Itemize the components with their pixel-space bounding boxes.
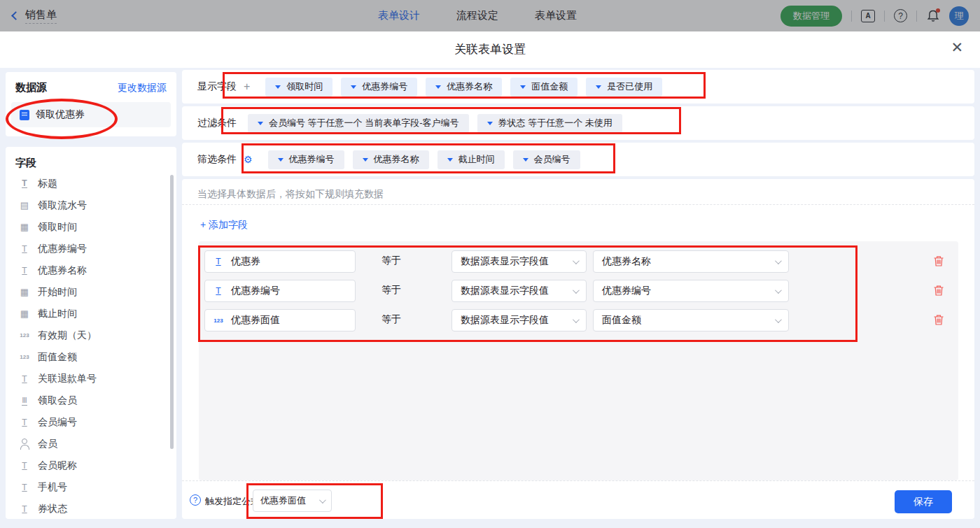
date-icon xyxy=(18,222,31,233)
rule-operator: 等于 xyxy=(382,255,401,267)
chevron-down-icon xyxy=(573,316,580,323)
rule-source-value: 数据源表显示字段值 xyxy=(461,255,549,268)
rule-field-input[interactable]: 优惠券面值 xyxy=(204,309,356,331)
chevron-down-icon xyxy=(319,497,326,504)
field-item[interactable]: 优惠券编号 xyxy=(6,238,176,259)
field-label: 面值金额 xyxy=(38,351,77,364)
condition-tag[interactable]: 会员编号 xyxy=(513,150,580,169)
rule-source-select[interactable]: 数据源表显示字段值 xyxy=(451,309,587,331)
field-label: 领取流水号 xyxy=(38,199,87,212)
tag-label: 是否已使用 xyxy=(607,80,652,93)
field-item[interactable]: 标题 xyxy=(6,173,176,194)
display-fields-label: 显示字段 xyxy=(197,80,237,93)
related-form-settings-page: 销售单 表单设计流程设定表单设置 数据管理 A ? 理 关联表单设置 ✕ 数据源… xyxy=(0,0,980,528)
field-item[interactable]: 有效期（天） xyxy=(6,324,176,346)
field-label: 截止时间 xyxy=(38,308,77,320)
field-item[interactable]: 面值金额 xyxy=(6,346,176,368)
app-topbar: 销售单 表单设计流程设定表单设置 数据管理 A ? 理 xyxy=(0,0,980,31)
field-label: 开始时间 xyxy=(38,286,77,299)
modal-title: 关联表单设置 xyxy=(0,41,980,57)
text-icon xyxy=(212,256,225,267)
datasource-name: 领取优惠券 xyxy=(36,108,85,121)
change-datasource-link[interactable]: 更改数据源 xyxy=(118,82,167,94)
field-label: 手机号 xyxy=(38,481,67,494)
close-icon[interactable]: ✕ xyxy=(951,40,963,55)
tag-label: 会员编号 xyxy=(534,153,570,166)
condition-tag[interactable]: 会员编号 等于任意一个 当前表单字段-客户编号 xyxy=(248,114,469,133)
field-label: 有效期（天） xyxy=(38,329,97,342)
field-item[interactable]: 关联退款单号 xyxy=(6,368,176,390)
save-button[interactable]: 保存 xyxy=(895,490,952,513)
rule-value-select[interactable]: 优惠券编号 xyxy=(593,280,789,302)
filter-conditions-row: 过滤条件 会员编号 等于任意一个 当前表单字段-客户编号 券状态 等于任意一个 … xyxy=(182,106,974,140)
rule-source-select[interactable]: 数据源表显示字段值 xyxy=(451,280,587,302)
rule-row: 优惠券编号 等于 数据源表显示字段值 优惠券编号 xyxy=(199,280,958,302)
field-item[interactable]: 手机号 xyxy=(6,476,176,498)
text-icon xyxy=(18,482,31,493)
rule-value-select[interactable]: 优惠券名称 xyxy=(593,250,789,273)
tag-label: 优惠券名称 xyxy=(447,80,492,93)
filter-conditions-tags: 会员编号 等于任意一个 当前表单字段-客户编号 券状态 等于任意一个 未使用 xyxy=(248,114,622,133)
rule-row: 优惠券 等于 数据源表显示字段值 优惠券名称 xyxy=(199,250,958,273)
formula-help-icon[interactable]: ? xyxy=(190,494,201,506)
field-item[interactable]: 领取时间 xyxy=(6,216,176,238)
field-item[interactable]: 会员编号 xyxy=(6,411,176,433)
condition-tag[interactable]: 领取时间 xyxy=(265,78,332,97)
dropdown-triangle-icon xyxy=(520,85,526,89)
fields-card: 字段 标题 领取流水号 领取时间 优惠券编号 优惠券名称 开始时间 截止时间 xyxy=(6,147,176,519)
condition-tag[interactable]: 面值金额 xyxy=(510,78,578,97)
condition-tag[interactable]: 优惠券名称 xyxy=(426,78,502,97)
formula-select[interactable]: 优惠券面值 xyxy=(253,490,332,512)
chevron-down-icon xyxy=(775,257,782,264)
field-item[interactable]: 优惠券名称 xyxy=(6,259,176,281)
field-item[interactable]: 截止时间 xyxy=(6,303,176,324)
field-item[interactable]: 领取流水号 xyxy=(6,194,176,216)
condition-tag[interactable]: 优惠券编号 xyxy=(341,78,417,97)
field-item[interactable]: 开始时间 xyxy=(6,281,176,303)
delete-icon[interactable] xyxy=(933,255,944,267)
field-label: 会员昵称 xyxy=(38,459,77,472)
add-field-link[interactable]: + 添加字段 xyxy=(200,219,248,231)
text-icon xyxy=(18,265,31,276)
condition-tag[interactable]: 券状态 等于任意一个 未使用 xyxy=(477,114,622,133)
field-label: 关联退款单号 xyxy=(38,373,97,385)
field-item[interactable]: 会员 xyxy=(6,433,176,455)
gear-icon[interactable]: ⚙ xyxy=(244,154,253,165)
modal-titlebar: 关联表单设置 ✕ xyxy=(0,31,980,68)
condition-tag[interactable]: 截止时间 xyxy=(438,150,505,169)
add-display-field-icon[interactable]: + xyxy=(244,80,250,93)
text-icon xyxy=(212,285,225,297)
tag-label: 券状态 等于任意一个 未使用 xyxy=(498,117,612,129)
rule-field-input[interactable]: 优惠券 xyxy=(204,250,356,273)
delete-icon[interactable] xyxy=(933,285,944,297)
rule-source-select[interactable]: 数据源表显示字段值 xyxy=(451,250,587,273)
field-label: 领取时间 xyxy=(38,221,77,234)
rule-field-input[interactable]: 优惠券编号 xyxy=(204,280,356,302)
field-item[interactable]: 券状态 xyxy=(6,498,176,519)
rule-source-value: 数据源表显示字段值 xyxy=(461,314,549,327)
date-icon xyxy=(18,287,31,298)
number-icon xyxy=(212,315,225,326)
rule-value-select[interactable]: 面值金额 xyxy=(593,309,789,331)
scrollbar-thumb[interactable] xyxy=(170,175,174,449)
text-icon xyxy=(18,373,31,385)
field-item[interactable]: 领取会员 xyxy=(6,390,176,411)
tag-label: 优惠券编号 xyxy=(289,153,335,166)
dropdown-triangle-icon xyxy=(596,85,601,89)
rule-source-value: 数据源表显示字段值 xyxy=(461,285,549,297)
rule-value-text: 优惠券编号 xyxy=(602,285,651,297)
condition-tag[interactable]: 是否已使用 xyxy=(586,78,662,97)
screen-conditions-row: 筛选条件 ⚙ 优惠券编号 优惠券名称 截止时间 会员编号 xyxy=(182,143,974,176)
chevron-down-icon xyxy=(573,287,580,294)
person-icon xyxy=(18,438,31,450)
field-label: 优惠券编号 xyxy=(38,243,87,255)
dropdown-triangle-icon xyxy=(487,122,493,125)
condition-tag[interactable]: 优惠券名称 xyxy=(353,150,429,169)
delete-icon[interactable] xyxy=(933,314,944,326)
field-label: 标题 xyxy=(38,178,57,190)
modal-footer: ? 触发指定公式 优惠券面值 保存 xyxy=(182,480,974,519)
condition-tag[interactable]: 优惠券编号 xyxy=(268,150,344,169)
field-item[interactable]: 会员昵称 xyxy=(6,455,176,476)
rules-panel: 优惠券 等于 数据源表显示字段值 优惠券名称 优惠券编号 等于 数据源表显示字段… xyxy=(199,241,958,480)
selected-datasource-item[interactable]: 领取优惠券 xyxy=(11,102,171,127)
